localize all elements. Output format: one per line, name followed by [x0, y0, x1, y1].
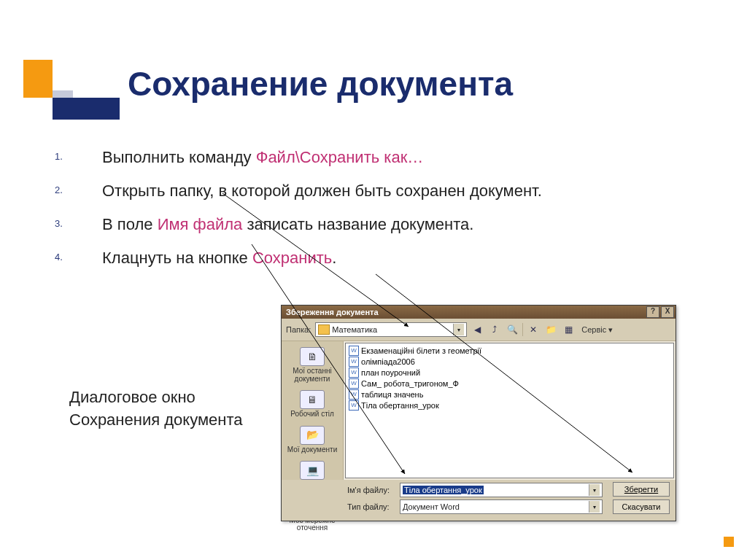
- folder-combo[interactable]: Математика ▾: [315, 322, 467, 337]
- search-icon[interactable]: 🔍: [505, 322, 519, 337]
- file-item[interactable]: Wтаблиця значень: [349, 389, 670, 400]
- chevron-down-icon[interactable]: ▾: [589, 484, 600, 496]
- step-4-text-c: .: [332, 249, 336, 267]
- folder-icon: [318, 324, 330, 335]
- caption-line-1: Диалоговое окно: [69, 386, 242, 409]
- back-icon[interactable]: ◀: [470, 322, 484, 337]
- sidebar-mydocs-label: Мої документи: [287, 446, 337, 454]
- close-button[interactable]: X: [661, 306, 674, 318]
- file-name: Тіла обертання_урок: [361, 401, 439, 410]
- folder-label: Папка:: [286, 325, 311, 334]
- step-2: Открыть папку, в которой должен быть сох…: [95, 179, 678, 203]
- up-icon[interactable]: ⤴: [487, 322, 502, 337]
- file-name: Сам_ робота_тригоном_Ф: [361, 379, 459, 388]
- sidebar-desktop[interactable]: 🖥Робочий стіл: [282, 387, 343, 421]
- sidebar-recent[interactable]: 🗎Мої останні документи: [282, 344, 343, 386]
- help-button[interactable]: ?: [646, 306, 659, 318]
- service-menu[interactable]: Сервіс ▾: [581, 325, 613, 335]
- sidebar-mydocs[interactable]: 📂Мої документи: [282, 423, 343, 457]
- file-item[interactable]: WСам_ робота_тригоном_Ф: [349, 378, 670, 389]
- places-sidebar: 🗎Мої останні документи 🖥Робочий стіл 📂Мо…: [282, 341, 344, 480]
- deco-corner-square: [724, 537, 734, 547]
- step-4-save-word: Сохранить: [252, 249, 332, 267]
- step-4-text-a: Клацнуть на кнопке: [102, 249, 252, 267]
- mydocs-icon: 📂: [300, 426, 325, 445]
- file-name: олімпіада2006: [361, 357, 415, 366]
- word-doc-icon: W: [349, 400, 359, 411]
- cancel-button[interactable]: Скасувати: [613, 499, 670, 514]
- delete-icon[interactable]: ✕: [526, 322, 541, 337]
- dialog-titlebar[interactable]: Збереження документа ? X: [282, 306, 676, 319]
- file-name: Екзаменаційні білети з геометрії: [361, 346, 481, 355]
- chevron-down-icon[interactable]: ▾: [589, 501, 600, 513]
- deco-square-navy: [53, 98, 120, 120]
- word-doc-icon: W: [349, 368, 359, 378]
- step-1-text: Выполнить команду: [102, 148, 256, 166]
- file-item[interactable]: Wплан поурочний: [349, 367, 670, 378]
- save-button[interactable]: Зберегти: [613, 482, 670, 497]
- service-label: Сервіс: [581, 325, 606, 334]
- word-doc-icon: W: [349, 346, 359, 356]
- file-item[interactable]: WЕкзаменаційні білети з геометрії: [349, 345, 670, 356]
- word-doc-icon: W: [349, 357, 359, 367]
- recent-icon: 🗎: [300, 347, 325, 366]
- step-3-text-c: записать название документа.: [242, 215, 473, 233]
- file-item[interactable]: WТіла обертання_урок: [349, 400, 670, 411]
- step-4: Клацнуть на кнопке Сохранить.: [95, 246, 678, 270]
- word-doc-icon: W: [349, 378, 359, 389]
- deco-square-orange: [23, 60, 53, 98]
- steps-list: Выполнить команду Файл\Сохранить как… От…: [95, 146, 678, 280]
- filename-label: Ім'я файлу:: [347, 486, 397, 494]
- file-name: таблиця значень: [361, 390, 423, 399]
- filetype-value: Документ Word: [403, 502, 460, 511]
- desktop-icon: 🖥: [300, 390, 325, 409]
- dialog-toolbar: Папка: Математика ▾ ◀ ⤴ 🔍 ✕ 📁 ▦ Сервіс ▾: [282, 319, 676, 341]
- new-folder-icon[interactable]: 📁: [543, 322, 558, 337]
- step-3-filename-field: Имя файла: [158, 215, 243, 233]
- filename-value: Тіла обертання_урок: [403, 486, 484, 494]
- sidebar-recent-label: Мої останні документи: [293, 367, 331, 383]
- dialog-caption: Диалоговое окно Сохранения документа: [69, 386, 242, 432]
- current-folder-name: Математика: [332, 325, 377, 334]
- step-1-command: Файл\Сохранить как…: [256, 148, 424, 166]
- slide-title: Сохранение документа: [128, 64, 513, 104]
- step-3: В поле Имя файла записать название докум…: [95, 213, 678, 236]
- save-as-dialog: Збереження документа ? X Папка: Математи…: [281, 305, 676, 521]
- filetype-label: Тип файлу:: [347, 502, 397, 511]
- chevron-down-icon[interactable]: ▾: [453, 324, 464, 335]
- file-item[interactable]: Wолімпіада2006: [349, 356, 670, 367]
- filetype-combo[interactable]: Документ Word ▾: [400, 499, 603, 514]
- word-doc-icon: W: [349, 389, 359, 400]
- file-name: план поурочний: [361, 368, 420, 377]
- views-icon[interactable]: ▦: [561, 322, 576, 337]
- mycomp-icon: 💻: [300, 461, 325, 480]
- sidebar-desktop-label: Робочий стіл: [290, 410, 334, 418]
- step-1: Выполнить команду Файл\Сохранить как…: [95, 146, 678, 169]
- step-3-text-a: В поле: [102, 215, 158, 233]
- caption-line-2: Сохранения документа: [69, 409, 242, 432]
- dialog-bottom: Ім'я файлу: Тіла обертання_урок ▾ Тип фа…: [282, 480, 676, 521]
- dialog-title: Збереження документа: [286, 308, 379, 316]
- toolbar-separator: [522, 323, 523, 336]
- file-list[interactable]: WЕкзаменаційні білети з геометрії Wолімп…: [345, 343, 674, 478]
- filename-input[interactable]: Тіла обертання_урок ▾: [400, 483, 603, 497]
